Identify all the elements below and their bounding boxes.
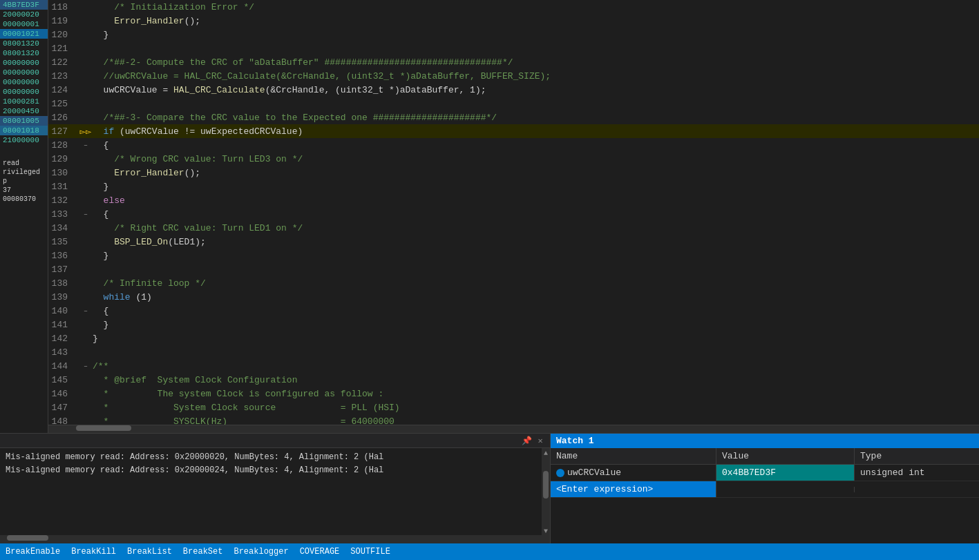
- line-num-118: 118: [51, 2, 79, 12]
- line-num-123: 123: [51, 71, 79, 81]
- code-line-119: 119 Error_Handler();: [48, 14, 979, 28]
- code-line-120: 120 }: [48, 28, 979, 41]
- gutter-128: –: [79, 142, 93, 149]
- pin-button[interactable]: 📌: [521, 435, 532, 446]
- register-item-2[interactable]: 00000001: [0, 19, 48, 29]
- code-line-125: 125: [48, 97, 979, 110]
- line-num-140: 140: [51, 306, 79, 316]
- register-item-7[interactable]: 00000000: [0, 68, 48, 77]
- register-item-9[interactable]: 00000000: [0, 87, 48, 97]
- line-num-134: 134: [51, 223, 79, 233]
- register-item-5[interactable]: 08001320: [0, 48, 48, 58]
- code-content-132: else: [93, 195, 979, 206]
- register-item-1[interactable]: 20000020: [0, 10, 48, 19]
- toolbar-btn-breakSet[interactable]: BreakSet: [183, 547, 223, 557]
- toolbar-btn-breakKill[interactable]: BreakKill: [71, 547, 116, 557]
- bottom-toolbar: BreakEnable BreakKill BreakList BreakSet…: [0, 543, 979, 560]
- register-item-10[interactable]: 10000281: [0, 97, 48, 106]
- collapse-icon-140[interactable]: –: [84, 307, 88, 315]
- register-item-13[interactable]: 08001018: [0, 126, 48, 135]
- register-item-6[interactable]: 00000000: [0, 58, 48, 68]
- code-line-140: 140 – {: [48, 304, 979, 318]
- console-line-1: Mis-aligned memory read: Address: 0x2000…: [6, 451, 536, 464]
- watch-header-value: Value: [716, 448, 855, 464]
- toolbar-btn-breaklogger[interactable]: Breaklogger: [234, 547, 288, 557]
- code-content-146: * The system Clock is configured as foll…: [93, 389, 979, 399]
- line-num-142: 142: [51, 334, 79, 344]
- line-num-128: 128: [51, 140, 79, 151]
- register-label-addr: 00080370: [0, 195, 48, 204]
- toolbar-btn-breakList[interactable]: BreakList: [127, 547, 172, 557]
- watch-row-1-value[interactable]: [716, 487, 855, 492]
- collapse-icon-133[interactable]: –: [84, 211, 88, 218]
- register-label-p: p: [0, 177, 48, 186]
- line-num-119: 119: [51, 16, 79, 26]
- code-line-142: 142 }: [48, 331, 979, 345]
- close-console-button[interactable]: ✕: [535, 435, 546, 446]
- code-content-124: uwCRCValue = HAL_CRC_Calculate(&CrcHandl…: [93, 85, 979, 95]
- code-line-132: 132 else: [48, 193, 979, 207]
- line-num-121: 121: [51, 44, 79, 54]
- code-line-128: 128 – {: [48, 138, 979, 152]
- toolbar-btn-coverage[interactable]: COVERAGE: [300, 547, 340, 557]
- register-item-12[interactable]: 08001005: [0, 116, 48, 126]
- code-content-135: BSP_LED_On(LED1);: [93, 237, 979, 247]
- watch-table-header: Name Value Type: [551, 448, 979, 465]
- code-line-139: 139 while (1): [48, 290, 979, 304]
- code-line-135: 135 BSP_LED_On(LED1);: [48, 235, 979, 249]
- code-line-133: 133 – {: [48, 207, 979, 221]
- execution-arrow-icon: ▻▻: [80, 126, 92, 137]
- watch-row-0[interactable]: uwCRCValue 0x4BB7ED3F unsigned int: [551, 465, 979, 481]
- code-scroll-area[interactable]: 118 /* Initialization Error */ 119 Error…: [48, 0, 979, 425]
- console-scrollbar[interactable]: ▲ ▼: [542, 448, 550, 535]
- register-item-11[interactable]: 20000450: [0, 106, 48, 116]
- watch-row-1[interactable]: <Enter expression>: [551, 481, 979, 498]
- console-hscroll[interactable]: [0, 535, 550, 543]
- code-content-148: * SYSCLK(Hz) = 64000000: [93, 416, 979, 425]
- code-content-144: /**: [93, 361, 979, 371]
- code-line-118: 118 /* Initialization Error */: [48, 0, 979, 14]
- register-label-read: read: [0, 159, 48, 168]
- line-num-138: 138: [51, 278, 79, 289]
- code-content-130: Error_Handler();: [93, 168, 979, 178]
- code-line-121: 121: [48, 41, 979, 55]
- watch-row-0-name: uwCRCValue: [551, 465, 716, 481]
- console-line-2: Mis-aligned memory read: Address: 0x2000…: [6, 464, 536, 477]
- code-content-147: * System Clock source = PLL (HSI): [93, 403, 979, 413]
- register-item-14[interactable]: 21000000: [0, 135, 48, 145]
- watch-row-1-name[interactable]: <Enter expression>: [551, 481, 716, 497]
- code-content-128: {: [93, 140, 979, 151]
- watch-row-0-value[interactable]: 0x4BB7ED3F: [716, 465, 855, 481]
- left-panel: 4BB7ED3F 20000020 00000001 00001021 0800…: [0, 0, 48, 433]
- watch-var-icon-0: [556, 469, 564, 477]
- code-content-141: }: [93, 320, 979, 330]
- register-item-3[interactable]: 00001021: [0, 29, 48, 39]
- register-item-0[interactable]: 4BB7ED3F: [0, 0, 48, 10]
- toolbar-btn-breakEnable[interactable]: BreakEnable: [6, 547, 60, 557]
- collapse-icon-128[interactable]: –: [84, 142, 88, 149]
- code-line-123: 123 //uwCRCValue = HAL_CRC_Calculate(&Cr…: [48, 69, 979, 83]
- code-content-134: /* Right CRC value: Turn LED1 on */: [93, 223, 979, 233]
- code-line-130: 130 Error_Handler();: [48, 166, 979, 180]
- line-num-135: 135: [51, 237, 79, 247]
- code-content-119: Error_Handler();: [93, 16, 979, 26]
- collapse-icon-144[interactable]: –: [84, 363, 88, 370]
- line-num-133: 133: [51, 209, 79, 220]
- gutter-127: ▻▻: [79, 126, 93, 137]
- line-num-129: 129: [51, 154, 79, 164]
- register-item-8[interactable]: 00000000: [0, 77, 48, 87]
- code-line-147: 147 * System Clock source = PLL (HSI): [48, 400, 979, 414]
- register-item-4[interactable]: 08001320: [0, 39, 48, 48]
- line-num-144: 144: [51, 361, 79, 371]
- register-label-37: 37: [0, 186, 48, 195]
- toolbar-btn-soutfile[interactable]: SOUTFILE: [350, 547, 390, 557]
- code-content-140: {: [93, 306, 979, 316]
- watch-panel: Watch 1 Name Value Type uwCRCValue 0x4BB…: [551, 434, 979, 543]
- code-horizontal-scrollbar[interactable]: [48, 425, 979, 433]
- code-content-133: {: [93, 209, 979, 220]
- code-line-141: 141 }: [48, 318, 979, 331]
- code-content-138: /* Infinite loop */: [93, 278, 979, 289]
- code-content-142: }: [93, 334, 979, 344]
- console-scroll-thumb[interactable]: [543, 471, 549, 499]
- line-num-141: 141: [51, 320, 79, 330]
